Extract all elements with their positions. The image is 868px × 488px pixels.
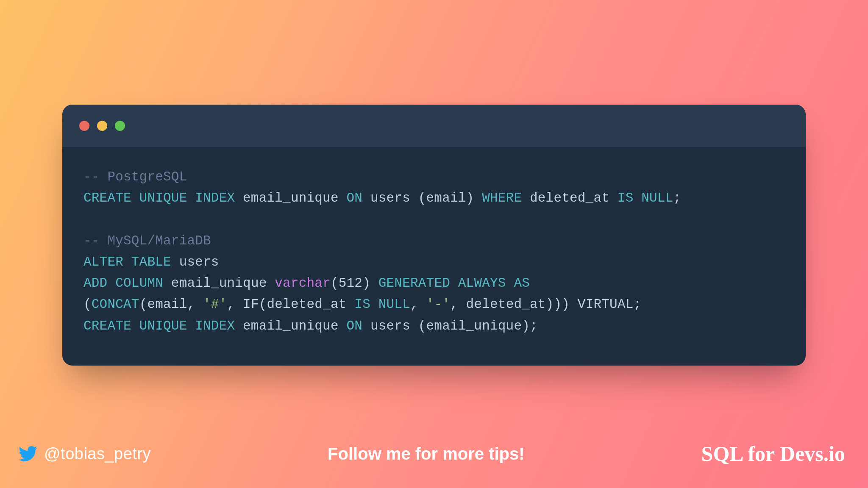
twitter-icon: [19, 444, 37, 463]
code-body: -- PostgreSQL CREATE UNIQUE INDEX email_…: [62, 147, 806, 358]
twitter-handle[interactable]: @tobias_petry: [44, 445, 151, 463]
footer-left: @tobias_petry: [19, 444, 151, 463]
code-window: -- PostgreSQL CREATE UNIQUE INDEX email_…: [62, 105, 806, 366]
footer-cta: Follow me for more tips!: [328, 444, 524, 463]
footer: @tobias_petry Follow me for more tips! S…: [0, 441, 868, 466]
window-zoom-icon: [115, 121, 125, 131]
window-minimize-icon: [97, 121, 107, 131]
window-titlebar: [62, 105, 806, 147]
sql-code: -- PostgreSQL CREATE UNIQUE INDEX email_…: [83, 166, 785, 337]
window-close-icon: [79, 121, 89, 131]
brand-logo[interactable]: SQL for Devs.io: [701, 441, 845, 466]
